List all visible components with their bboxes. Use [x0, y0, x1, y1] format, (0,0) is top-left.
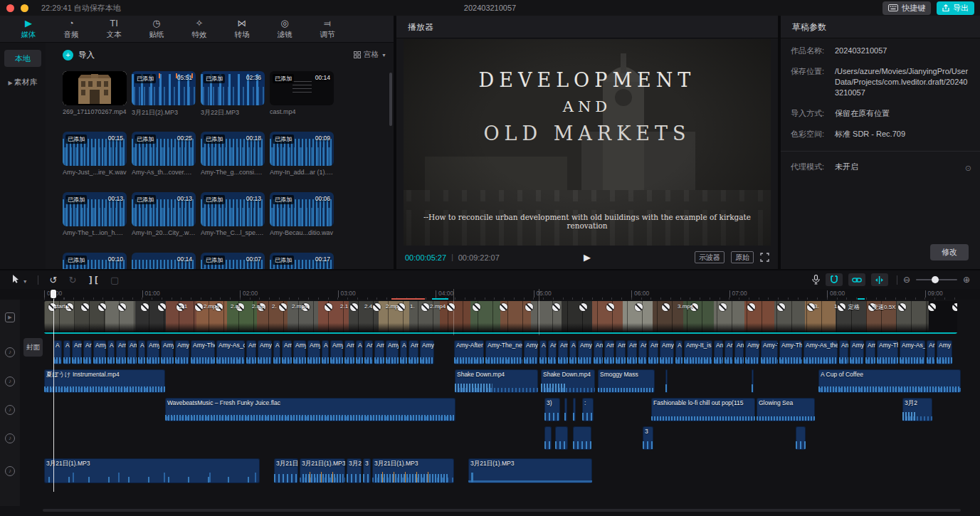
transition-marker-icon[interactable] — [500, 303, 507, 311]
voiceover-clip[interactable]: Ar — [364, 340, 373, 364]
info-icon[interactable]: ⊙ — [965, 163, 971, 174]
transition-marker-icon[interactable] — [747, 303, 755, 311]
media-card[interactable]: 已添加00:10 — [63, 253, 127, 269]
voiceover-clip[interactable]: An — [734, 340, 744, 364]
audio-clip[interactable] — [573, 398, 576, 421]
voiceover-clip[interactable]: Amy- — [258, 340, 272, 364]
audio-clip[interactable]: 3月21日(1).MP3 — [372, 458, 454, 483]
audio-clip[interactable] — [573, 426, 591, 450]
audio-clip[interactable] — [796, 426, 806, 450]
voiceover-clip[interactable]: An — [714, 340, 723, 364]
voiceover-clip[interactable]: A — [273, 340, 280, 364]
tab-特效[interactable]: ✧特效 — [178, 18, 221, 40]
audio-track-icon[interactable]: ♪ — [5, 377, 15, 386]
voiceover-clip[interactable]: Amy — [175, 340, 189, 364]
voiceover-clip[interactable]: Ar — [548, 340, 557, 364]
audio-track-icon[interactable]: ♪ — [5, 466, 15, 476]
audio-clip[interactable]: : — [582, 398, 594, 421]
transition-marker-icon[interactable] — [777, 303, 785, 311]
transition-marker-icon[interactable] — [118, 303, 126, 311]
audio-clip[interactable]: 3 — [363, 458, 371, 483]
audio-clip[interactable] — [564, 398, 567, 421]
transition-marker-icon[interactable] — [158, 303, 166, 311]
export-button[interactable]: 导出 — [937, 1, 974, 15]
voiceover-clip[interactable]: Amy-It_is — [684, 340, 712, 364]
redo-button[interactable]: ↻ — [68, 275, 76, 285]
voiceover-clip[interactable]: An — [839, 340, 848, 364]
voiceover-clip[interactable]: Amy-The_ — [191, 340, 215, 364]
media-card[interactable]: 已添加00:25Amy-As_th...cover.wav — [132, 132, 196, 176]
shortcut-button[interactable]: 快捷键 — [882, 1, 931, 15]
voiceover-clip[interactable]: Amy — [524, 340, 538, 364]
voiceover-clip[interactable]: Ar — [927, 340, 935, 364]
sidebar-item-library[interactable]: ▶素材库 — [0, 77, 46, 88]
original-quality-button[interactable]: 原始 — [731, 251, 754, 263]
voiceover-clip[interactable]: Ar — [725, 340, 733, 364]
scope-button[interactable]: 示波器 — [695, 251, 725, 263]
voiceover-clip[interactable]: Am — [604, 340, 614, 364]
voiceover-clip[interactable]: Am — [616, 340, 626, 364]
voiceover-clip[interactable]: A — [539, 340, 547, 364]
media-card[interactable]: 已添加00:13Amy-The_t...ion_h.wav — [63, 192, 127, 236]
audio-clip[interactable]: 3月21日(1).MP3 — [300, 458, 345, 483]
transition-marker-icon[interactable] — [635, 303, 643, 311]
voiceover-clip[interactable]: Amy- — [745, 340, 759, 364]
media-card[interactable]: 00:14 — [132, 253, 196, 269]
audio-clip[interactable]: A Cup of Coffee — [818, 369, 961, 393]
media-card[interactable]: 已添加00:07 — [201, 253, 265, 269]
transition-marker-icon[interactable] — [952, 303, 957, 311]
snap-toggle[interactable] — [826, 273, 843, 286]
transition-marker-icon[interactable] — [279, 303, 287, 311]
voiceover-clip[interactable]: Arr — [116, 340, 126, 364]
video-track-clip[interactable]: start.12.12.mp42.m2.mp2.2.mp42.12.42.mp1… — [44, 301, 957, 334]
audio-clip[interactable] — [665, 369, 668, 393]
close-window-button[interactable] — [6, 4, 14, 12]
media-card[interactable]: 已添加05:513月21日(2).MP3 — [132, 71, 196, 117]
transition-marker-icon[interactable] — [579, 303, 587, 311]
voiceover-clip[interactable]: Am — [72, 340, 82, 364]
voiceover-clip[interactable]: Amy-The — [877, 340, 898, 364]
timeline-horizontal-scrollbar[interactable] — [43, 509, 961, 512]
video-preview[interactable]: DEVELOPMENT AND OLD MARKETS --How to rec… — [404, 39, 771, 246]
voiceover-clip[interactable]: A — [138, 340, 145, 364]
audio-track-icon[interactable]: ♪ — [5, 405, 15, 415]
playhead-line[interactable] — [53, 290, 54, 492]
media-card[interactable]: 已添加00:09Amy-In_add...ar (1).wav — [270, 132, 334, 176]
voiceover-clip[interactable]: A — [322, 340, 329, 364]
voiceover-clip[interactable]: A — [63, 340, 70, 364]
record-voiceover-icon[interactable] — [812, 275, 820, 285]
audio-clip[interactable]: 3) — [544, 398, 560, 421]
voiceover-clip[interactable]: Amy-T — [761, 340, 778, 364]
timeline-zoom-slider[interactable] — [916, 279, 957, 280]
audio-clip[interactable]: 3月2 — [347, 458, 362, 483]
voiceover-clip[interactable]: Am — [374, 340, 384, 364]
transition-marker-icon[interactable] — [662, 303, 670, 311]
audio-clip[interactable]: 夏ぼうけ Instrumental.mp4 — [44, 369, 165, 393]
media-card[interactable]: 已添加02:363月22日.MP3 — [201, 71, 265, 117]
transition-marker-icon[interactable] — [81, 303, 89, 311]
tab-文本[interactable]: TI文本 — [93, 18, 135, 40]
voiceover-clip[interactable]: Am — [627, 340, 637, 364]
tab-转场[interactable]: ⋈转场 — [221, 18, 263, 40]
media-card[interactable]: 已添加00:18Amy-The_g...consi.wav — [201, 132, 265, 176]
audio-clip[interactable]: 3月21日(1).MP3 — [44, 458, 260, 483]
voiceover-clip[interactable]: Amy — [147, 340, 159, 364]
voiceover-clip[interactable]: Ar — [83, 340, 92, 364]
modify-button[interactable]: 修改 — [930, 244, 969, 260]
audio-clip[interactable]: 3月21日(1).MP3 — [468, 458, 592, 483]
view-mode-dropdown[interactable]: 宫格 ▼ — [354, 50, 386, 60]
voiceover-clip[interactable]: Am — [344, 340, 354, 364]
voiceover-clip[interactable]: Amy — [386, 340, 399, 364]
voiceover-clip[interactable]: A — [356, 340, 363, 364]
zoom-in-button[interactable]: ⊕ — [963, 275, 970, 285]
media-card[interactable]: 已添加00:13Amy-In_20...City_.wav — [132, 192, 196, 236]
transition-marker-icon[interactable] — [606, 303, 614, 311]
voiceover-clip[interactable]: Amy-As_the_la — [804, 340, 838, 364]
fullscreen-icon[interactable] — [760, 253, 769, 262]
audio-clip[interactable]: Fashionable lo-fi chill out pop(115 — [651, 398, 755, 421]
delete-button[interactable]: ▢ — [110, 275, 119, 285]
minimize-window-button[interactable] — [21, 4, 28, 12]
transition-marker-icon[interactable] — [195, 303, 203, 311]
audio-clip[interactable]: WavebeatsMusic – Fresh Funky Juice.flac — [165, 398, 455, 421]
tab-媒体[interactable]: ▶媒体 — [7, 18, 50, 40]
